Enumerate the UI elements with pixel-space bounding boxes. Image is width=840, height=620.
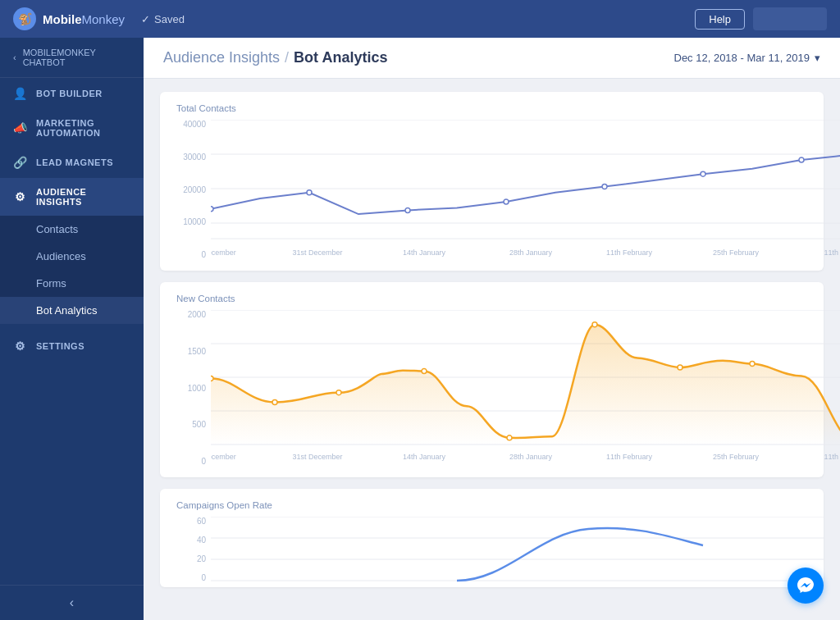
sidebar-submenu-bot-analytics[interactable]: Bot Analytics bbox=[0, 297, 144, 324]
x-label: 11th March bbox=[824, 248, 840, 257]
campaigns-open-rate-svg bbox=[211, 517, 824, 582]
new-contacts-chart: New Contacts 0 500 1000 1500 2000 bbox=[160, 282, 824, 477]
sidebar-item-lead-magnets[interactable]: 🔗 LEAD MAGNETS bbox=[0, 147, 144, 178]
chart-title: Campaigns Open Rate bbox=[176, 500, 807, 510]
campaigns-open-rate-chart: Campaigns Open Rate 0 20 40 60 bbox=[160, 489, 824, 587]
x-label: 14th January bbox=[403, 248, 446, 257]
date-range-label: Dec 12, 2018 - Mar 11, 2019 bbox=[674, 52, 810, 64]
data-point bbox=[405, 207, 410, 212]
sidebar-spacer bbox=[0, 362, 144, 585]
breadcrumb-separator: / bbox=[285, 49, 289, 66]
marketing-icon: 📣 bbox=[13, 121, 28, 134]
sidebar-submenu: Contacts Audiences Forms Bot Analytics bbox=[0, 216, 144, 324]
data-point bbox=[272, 400, 277, 405]
total-contacts-chart: Total Contacts 0 10000 20000 30000 40000 bbox=[160, 92, 824, 271]
sidebar-item-marketing-automation[interactable]: 📣 MARKETING AUTOMATION bbox=[0, 109, 144, 147]
total-contacts-svg: 17th December 31st December 14th January… bbox=[211, 120, 840, 259]
chart-title: Total Contacts bbox=[176, 103, 807, 113]
chart-svg-area bbox=[211, 517, 807, 586]
sidebar-item-label: LEAD MAGNETS bbox=[36, 157, 113, 167]
new-contacts-svg: 17th December 31st December 14th January… bbox=[211, 310, 840, 466]
breadcrumb-parent[interactable]: Audience Insights bbox=[163, 49, 280, 66]
x-label: 17th December bbox=[211, 248, 236, 257]
breadcrumb: Audience Insights / Bot Analytics bbox=[163, 49, 387, 66]
topbar: 🐒 MobileMonkey ✓ Saved Help bbox=[0, 0, 840, 38]
data-point bbox=[592, 322, 597, 327]
data-point bbox=[750, 362, 755, 367]
sidebar-submenu-contacts[interactable]: Contacts bbox=[0, 216, 144, 243]
x-label: 11th February bbox=[606, 248, 653, 257]
topbar-right: Help bbox=[695, 7, 827, 30]
settings-icon: ⚙ bbox=[13, 340, 28, 353]
y-axis: 0 500 1000 1500 2000 bbox=[176, 310, 211, 466]
sidebar-item-bot-builder[interactable]: 👤 BOT BUILDER bbox=[0, 78, 144, 109]
chevron-down-icon: ▾ bbox=[815, 52, 820, 64]
chart-container: 0 10000 20000 30000 40000 bbox=[176, 120, 807, 262]
new-contacts-fill bbox=[211, 325, 840, 444]
messenger-fab[interactable] bbox=[788, 568, 824, 604]
help-button[interactable]: Help bbox=[695, 9, 745, 30]
chart-container: 0 500 1000 1500 2000 bbox=[176, 310, 807, 469]
data-point bbox=[504, 199, 509, 204]
sidebar-back-label: MOBILEMONKEY CHATBOT bbox=[23, 48, 130, 67]
logo: 🐒 MobileMonkey bbox=[13, 7, 125, 30]
main-layout: ‹ MOBILEMONKEY CHATBOT 👤 BOT BUILDER 📣 M… bbox=[0, 38, 840, 620]
sidebar-submenu-audiences[interactable]: Audiences bbox=[0, 243, 144, 270]
x-label: 17th December bbox=[211, 453, 236, 461]
data-point bbox=[211, 376, 213, 381]
sidebar-submenu-forms[interactable]: Forms bbox=[0, 270, 144, 297]
data-point bbox=[422, 368, 427, 373]
logo-icon: 🐒 bbox=[13, 7, 36, 30]
bot-builder-icon: 👤 bbox=[13, 87, 28, 100]
topbar-center: ✓ Saved bbox=[125, 13, 695, 25]
chart-title: New Contacts bbox=[176, 294, 807, 303]
sidebar-item-audience-insights[interactable]: ⚙ AUDIENCE INSIGHTS bbox=[0, 178, 144, 216]
x-label: 28th January bbox=[509, 453, 553, 461]
x-label: 11th February bbox=[606, 453, 653, 461]
data-point bbox=[307, 190, 312, 195]
page-header: Audience Insights / Bot Analytics Dec 12… bbox=[144, 38, 840, 79]
sidebar-item-label: MARKETING AUTOMATION bbox=[36, 118, 130, 138]
data-point bbox=[507, 435, 512, 440]
back-arrow-icon: ‹ bbox=[13, 52, 16, 62]
data-point bbox=[678, 365, 682, 370]
sidebar-item-label: SETTINGS bbox=[36, 341, 84, 351]
date-range-picker[interactable]: Dec 12, 2018 - Mar 11, 2019 ▾ bbox=[674, 52, 821, 64]
chart-svg-area: 17th December 31st December 14th January… bbox=[211, 310, 807, 469]
data-point bbox=[336, 390, 341, 395]
total-contacts-line bbox=[211, 155, 840, 214]
x-label: 31st December bbox=[292, 248, 342, 257]
x-label: 31st December bbox=[292, 453, 342, 461]
audience-insights-icon: ⚙ bbox=[13, 190, 28, 203]
chart-container: 0 20 40 60 bbox=[176, 517, 807, 586]
y-axis: 0 10000 20000 30000 40000 bbox=[176, 120, 211, 259]
x-label: 25th February bbox=[713, 248, 760, 257]
sidebar-item-label: BOT BUILDER bbox=[36, 89, 103, 98]
sidebar-item-settings[interactable]: ⚙ SETTINGS bbox=[0, 331, 144, 362]
sidebar-item-label: AUDIENCE INSIGHTS bbox=[36, 187, 130, 207]
x-label: 25th February bbox=[713, 453, 760, 461]
data-point bbox=[602, 185, 607, 189]
y-axis: 0 20 40 60 bbox=[176, 517, 211, 582]
user-avatar[interactable] bbox=[753, 7, 827, 30]
campaigns-line bbox=[457, 528, 703, 581]
x-label: 11th March bbox=[824, 453, 840, 461]
messenger-icon bbox=[796, 576, 815, 595]
checkmark-icon: ✓ bbox=[141, 13, 150, 25]
data-point bbox=[211, 207, 213, 212]
chart-svg-area: 17th December 31st December 14th January… bbox=[211, 120, 807, 262]
logo-text: MobileMonkey bbox=[43, 12, 125, 26]
data-point bbox=[701, 171, 705, 176]
data-point bbox=[799, 157, 804, 162]
sidebar: ‹ MOBILEMONKEY CHATBOT 👤 BOT BUILDER 📣 M… bbox=[0, 38, 144, 620]
breadcrumb-current: Bot Analytics bbox=[294, 49, 387, 66]
x-label: 28th January bbox=[509, 248, 553, 257]
x-label: 14th January bbox=[403, 453, 446, 461]
content-area: Audience Insights / Bot Analytics Dec 12… bbox=[144, 38, 840, 620]
charts-area: Total Contacts 0 10000 20000 30000 40000 bbox=[144, 79, 840, 620]
saved-badge: ✓ Saved bbox=[141, 13, 185, 25]
sidebar-back[interactable]: ‹ MOBILEMONKEY CHATBOT bbox=[0, 38, 144, 78]
lead-magnets-icon: 🔗 bbox=[13, 156, 28, 169]
sidebar-collapse-button[interactable]: ‹ bbox=[0, 585, 144, 620]
